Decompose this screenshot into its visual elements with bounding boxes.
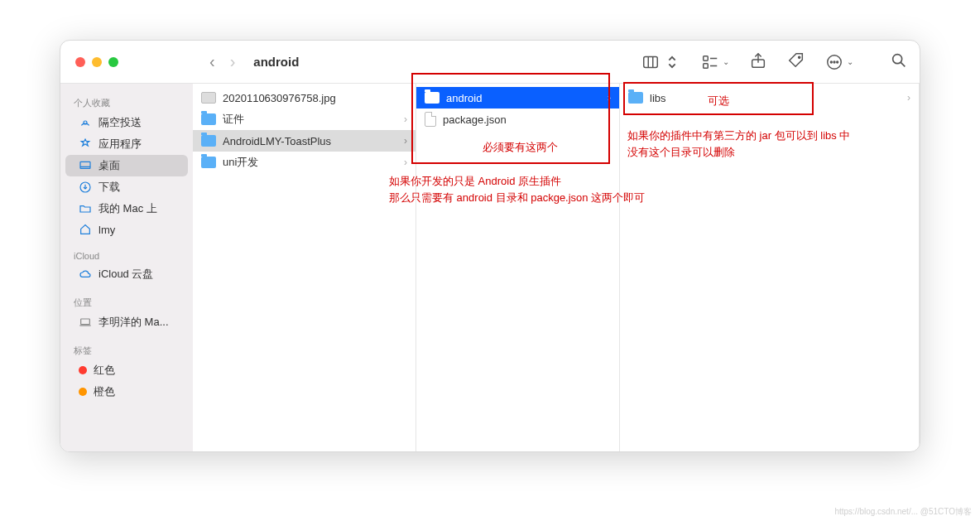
file-icon — [425, 112, 436, 127]
sidebar-item-icloud-drive[interactable]: iCloud 云盘 — [65, 263, 188, 285]
tag-dot-icon — [79, 366, 87, 374]
desktop-icon — [79, 159, 92, 172]
sidebar-item-home[interactable]: lmy — [65, 219, 188, 239]
chevron-right-icon: › — [404, 157, 407, 168]
svg-rect-16 — [80, 162, 90, 168]
cloud-icon — [79, 268, 92, 281]
file-row[interactable]: libs› — [620, 87, 919, 109]
sidebar-item-macbook[interactable]: 李明洋的 Ma... — [65, 311, 188, 333]
file-row[interactable]: 2020110630976758.jpg — [193, 87, 416, 109]
toolbar-icons: ⌄ ⌄ — [641, 51, 908, 73]
sidebar-header-icloud: iCloud — [60, 246, 193, 263]
chevron-right-icon: › — [608, 92, 611, 104]
close-button[interactable] — [75, 57, 85, 67]
share-button[interactable] — [749, 51, 767, 73]
sidebar-tag-orange[interactable]: 橙色 — [65, 381, 188, 403]
svg-rect-19 — [81, 319, 90, 325]
finder-window: ‹ › android ⌄ ⌄ — [60, 40, 920, 452]
annotation-text: 必须要有这两个 — [483, 139, 558, 156]
folder-icon — [201, 157, 216, 168]
laptop-icon — [79, 316, 92, 329]
annotation-text: 如果你的插件中有第三方的 jar 包可以到 libs 中 没有这个目录可以删除 — [627, 128, 850, 161]
chevron-right-icon: › — [404, 135, 407, 147]
svg-rect-3 — [704, 55, 709, 60]
svg-point-8 — [799, 56, 800, 58]
folder-icon — [628, 92, 643, 104]
home-icon — [79, 223, 92, 236]
sidebar-item-on-my-mac[interactable]: 我的 Mac 上 — [65, 198, 188, 219]
tag-dot-icon — [79, 388, 87, 396]
forward-button[interactable]: › — [230, 52, 236, 71]
sidebar: 个人收藏 隔空投送 应用程序 桌面 下载 我的 Mac 上 lmy iCloud… — [60, 84, 193, 451]
file-row[interactable]: uni开发› — [193, 152, 416, 173]
window-controls — [60, 57, 193, 67]
sidebar-item-airdrop[interactable]: 隔空投送 — [65, 112, 188, 133]
minimize-button[interactable] — [92, 57, 102, 67]
chevron-right-icon: › — [404, 113, 407, 125]
folder-icon — [201, 113, 216, 125]
search-button[interactable] — [890, 51, 908, 73]
toolbar: ‹ › android ⌄ ⌄ — [60, 41, 920, 84]
svg-line-14 — [901, 62, 905, 66]
chevron-down-icon: ⌄ — [847, 57, 853, 66]
back-button[interactable]: ‹ — [209, 52, 215, 71]
column-1: 2020110630976758.jpg 证件› AndroidLMY-Toas… — [193, 84, 416, 451]
file-row[interactable]: android› — [416, 87, 619, 109]
download-icon — [79, 181, 92, 194]
file-row[interactable]: package.json — [416, 109, 619, 130]
airdrop-icon — [79, 116, 92, 129]
group-button[interactable]: ⌄ — [701, 53, 729, 71]
svg-point-13 — [893, 54, 902, 63]
sidebar-header-tags: 标签 — [60, 340, 193, 359]
svg-point-11 — [833, 61, 835, 63]
sidebar-tag-red[interactable]: 红色 — [65, 359, 188, 381]
folder-icon — [79, 202, 92, 215]
fullscreen-button[interactable] — [108, 57, 118, 67]
svg-point-12 — [837, 61, 838, 63]
svg-point-10 — [830, 61, 832, 63]
sidebar-item-desktop[interactable]: 桌面 — [65, 155, 188, 176]
applications-icon — [79, 137, 92, 151]
file-row[interactable]: AndroidLMY-ToastPlus› — [193, 130, 416, 152]
tag-button[interactable] — [787, 51, 805, 73]
window-title: android — [253, 55, 299, 69]
nav-arrows: ‹ › — [209, 52, 235, 71]
chevron-down-icon: ⌄ — [723, 57, 729, 66]
svg-rect-4 — [704, 63, 709, 68]
sidebar-header-favorites: 个人收藏 — [60, 92, 193, 112]
chevron-right-icon: › — [907, 92, 910, 104]
watermark: https://blog.csdn.net/... @51CTO博客 — [834, 506, 972, 518]
file-row[interactable]: 证件› — [193, 109, 416, 130]
more-button[interactable]: ⌄ — [825, 53, 853, 71]
annotation-text: 可选 — [708, 93, 729, 109]
folder-icon — [201, 135, 216, 147]
sidebar-header-locations: 位置 — [60, 292, 193, 311]
sidebar-item-applications[interactable]: 应用程序 — [65, 133, 188, 155]
folder-icon — [425, 92, 440, 104]
image-icon — [201, 92, 216, 104]
view-columns-button[interactable] — [641, 53, 681, 71]
svg-rect-0 — [644, 56, 658, 67]
annotation-text: 如果你开发的只是 Android 原生插件 那么只需要有 android 目录和… — [389, 173, 645, 206]
sidebar-item-downloads[interactable]: 下载 — [65, 176, 188, 198]
